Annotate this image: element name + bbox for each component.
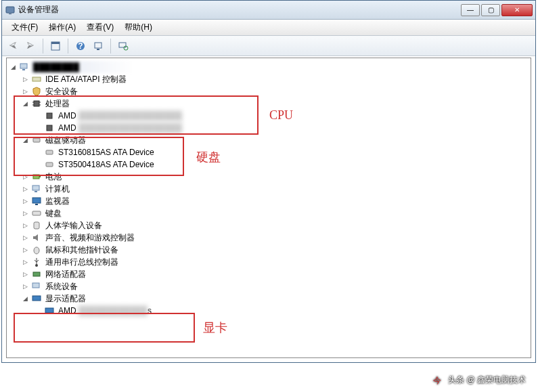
cpu-icon bbox=[44, 123, 55, 133]
menu-help[interactable]: 帮助(H) bbox=[119, 20, 158, 35]
collapse-icon[interactable]: ◢ bbox=[22, 295, 29, 303]
collapse-icon[interactable]: ◢ bbox=[22, 100, 29, 108]
svg-rect-13 bbox=[34, 101, 39, 106]
expand-icon[interactable]: ▷ bbox=[22, 283, 29, 290]
category-label: 计算机 bbox=[44, 183, 71, 195]
menu-view[interactable]: 查看(V) bbox=[81, 20, 119, 35]
svg-rect-24 bbox=[39, 176, 41, 177]
scan-icon bbox=[93, 41, 104, 51]
category-label: 鼠标和其他指针设备 bbox=[44, 244, 120, 256]
tree-category[interactable]: ▷通用串行总线控制器 bbox=[7, 256, 531, 268]
monitor-icon bbox=[31, 196, 42, 206]
tree-category-display[interactable]: ◢ 显示适配器 bbox=[7, 292, 531, 305]
svg-rect-30 bbox=[34, 222, 39, 229]
tree-item[interactable]: AMD ████████████s bbox=[7, 305, 531, 317]
arrow-right-icon: ⮚ bbox=[26, 41, 35, 51]
tree-category[interactable]: ▷ IDE ATA/ATAPI 控制器 bbox=[7, 73, 531, 85]
tree-category[interactable]: ▷监视器 bbox=[7, 195, 531, 207]
refresh-button[interactable] bbox=[115, 38, 131, 54]
expand-icon[interactable]: ▷ bbox=[22, 186, 29, 193]
category-label: 电池 bbox=[44, 171, 63, 183]
tree-category[interactable]: ▷声音、视频和游戏控制器 bbox=[7, 232, 531, 244]
svg-rect-36 bbox=[45, 308, 53, 313]
menu-file[interactable]: 文件(F) bbox=[6, 20, 43, 35]
expand-icon[interactable]: ▷ bbox=[22, 222, 29, 230]
forward-button[interactable]: ⮚ bbox=[22, 38, 39, 54]
category-label: 通用串行总线控制器 bbox=[44, 256, 120, 268]
collapse-icon[interactable]: ◢ bbox=[9, 64, 17, 71]
tree-category[interactable]: ▷人体学输入设备 bbox=[7, 219, 531, 232]
toolbar: ⮘ ⮚ ? bbox=[2, 36, 535, 56]
titlebar[interactable]: 设备管理器 — ▢ ✕ bbox=[2, 1, 535, 20]
category-label: 安全设备 bbox=[44, 85, 79, 97]
svg-rect-22 bbox=[46, 162, 53, 167]
expand-icon[interactable]: ▷ bbox=[22, 246, 29, 254]
tree-item[interactable]: AMD ██████████████████ bbox=[7, 122, 531, 134]
category-label: 系统设备 bbox=[44, 280, 79, 292]
help-icon: ? bbox=[75, 41, 86, 51]
tree-category[interactable]: ▷ 安全设备 bbox=[7, 85, 531, 97]
expand-icon[interactable]: ▷ bbox=[22, 234, 29, 242]
computer-icon bbox=[19, 62, 30, 72]
menu-action[interactable]: 操作(A) bbox=[43, 20, 81, 35]
scan-button[interactable] bbox=[90, 38, 106, 54]
svg-rect-35 bbox=[32, 296, 41, 301]
expand-icon[interactable]: ▷ bbox=[22, 210, 29, 217]
category-label: IDE ATA/ATAPI 控制器 bbox=[44, 73, 128, 85]
category-label: 人体学输入设备 bbox=[44, 219, 104, 232]
display-adapter-icon bbox=[31, 293, 42, 304]
expand-icon[interactable]: ▷ bbox=[22, 88, 29, 95]
back-button[interactable]: ⮘ bbox=[5, 38, 21, 54]
category-label: 磁盘驱动器 bbox=[44, 134, 87, 146]
help-button[interactable]: ? bbox=[72, 38, 89, 54]
svg-rect-28 bbox=[35, 204, 38, 205]
tree-category[interactable]: ▷鼠标和其他指针设备 bbox=[7, 244, 531, 256]
sound-icon bbox=[31, 232, 42, 243]
collapse-icon[interactable]: ◢ bbox=[22, 137, 29, 144]
tree-category[interactable]: ▷电池 bbox=[7, 171, 531, 183]
app-icon bbox=[5, 5, 16, 16]
tree-category-cpu[interactable]: ◢ 处理器 bbox=[7, 97, 531, 110]
tree-category-disk[interactable]: ◢ 磁盘驱动器 bbox=[7, 134, 531, 146]
tree-item[interactable]: ST3160815AS ATA Device bbox=[7, 146, 531, 158]
properties-button[interactable] bbox=[47, 38, 64, 54]
tree-item[interactable]: ST3500418AS ATA Device bbox=[7, 158, 531, 171]
expand-icon[interactable]: ▷ bbox=[22, 76, 29, 83]
category-label: 键盘 bbox=[44, 207, 63, 219]
svg-rect-33 bbox=[33, 272, 40, 276]
security-icon bbox=[31, 86, 42, 97]
svg-text:?: ? bbox=[78, 41, 83, 51]
hid-icon bbox=[31, 220, 42, 231]
display-adapter-icon bbox=[44, 305, 55, 316]
ide-icon bbox=[31, 74, 42, 85]
tree-category[interactable]: ▷网络适配器 bbox=[7, 268, 531, 280]
expand-icon[interactable]: ▷ bbox=[22, 198, 29, 205]
maximize-button[interactable]: ▢ bbox=[481, 4, 500, 16]
separator bbox=[68, 39, 68, 53]
svg-rect-0 bbox=[6, 7, 14, 13]
item-label: AMD ██████████████████ bbox=[57, 122, 183, 134]
tree-item[interactable]: AMD ██████████████████ bbox=[7, 110, 531, 122]
svg-rect-1 bbox=[9, 14, 12, 14]
tree-root[interactable]: ◢ ████████ bbox=[7, 61, 531, 73]
mouse-icon bbox=[31, 244, 42, 255]
minimize-button[interactable]: — bbox=[461, 4, 480, 16]
expand-icon[interactable]: ▷ bbox=[22, 271, 29, 278]
window-buttons: — ▢ ✕ bbox=[459, 4, 533, 16]
separator bbox=[43, 39, 43, 53]
svg-rect-29 bbox=[32, 211, 41, 215]
tree-category[interactable]: ▷系统设备 bbox=[7, 280, 531, 292]
disk-icon bbox=[31, 135, 42, 146]
tree-category[interactable]: ▷计算机 bbox=[7, 183, 531, 195]
tree-category[interactable]: ▷键盘 bbox=[7, 207, 531, 219]
keyboard-icon bbox=[31, 208, 42, 219]
close-button[interactable]: ✕ bbox=[501, 4, 533, 16]
menubar: 文件(F) 操作(A) 查看(V) 帮助(H) bbox=[2, 20, 535, 36]
expand-icon[interactable]: ▷ bbox=[22, 173, 29, 181]
svg-rect-21 bbox=[46, 150, 53, 154]
expand-icon[interactable]: ▷ bbox=[22, 259, 29, 266]
svg-rect-23 bbox=[33, 175, 39, 179]
category-label: 声音、视频和游戏控制器 bbox=[44, 232, 136, 244]
watermark-icon: 今 bbox=[430, 373, 444, 387]
device-tree[interactable]: ◢ ████████ ▷ IDE ATA/ATAPI 控制器 ▷ 安全设备 ◢ … bbox=[6, 58, 531, 358]
